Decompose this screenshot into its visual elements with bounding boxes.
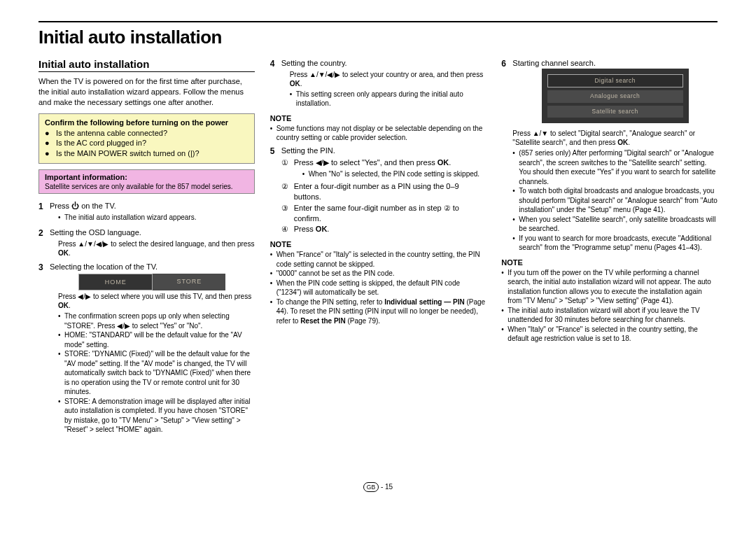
sub-bullet: If you want to search for more broadcast…: [512, 234, 718, 253]
circled-3-icon: ③: [281, 203, 288, 213]
circled-4-icon: ④: [281, 224, 288, 234]
confirm-item: Is the AC cord plugged in?: [45, 138, 248, 148]
sub-bullet: HOME: "STANDARD" will be the default val…: [58, 330, 255, 349]
note-item: When "France" or "Italy" is selected in …: [270, 250, 486, 269]
important-box-title: Important information:: [45, 173, 248, 181]
step-text: Press ⏻ on the TV.: [50, 202, 116, 210]
important-box: Important information: Satellite service…: [38, 169, 255, 194]
step-text: Setting the OSD language.: [50, 228, 141, 237]
sub-bullet: STORE: "DYNAMIC (Fixed)" will be the def…: [58, 349, 255, 397]
circled-2-icon: ②: [281, 181, 288, 192]
confirm-list: Is the antenna cable connected? Is the A…: [45, 128, 248, 160]
confirm-item: Is the MAIN POWER switch turned on (|)?: [45, 148, 248, 159]
steps-col2: 4 Setting the country. Press ▲/▼/◀/▶ to …: [270, 58, 486, 111]
note-item: When "Italy" or "France" is selected in …: [501, 325, 718, 344]
step-text: Selecting the location of the TV.: [50, 262, 158, 271]
note-item: Some functions may not display or be sel…: [270, 124, 486, 143]
note-item: The initial auto installation wizard wil…: [501, 306, 718, 325]
home-option: HOME: [78, 274, 153, 290]
note-item: To change the PIN setting, refer to Indi…: [270, 297, 486, 326]
note-list: If you turn off the power on the TV whil…: [501, 268, 718, 344]
steps-col1: 1 Press ⏻ on the TV. The initial auto in…: [38, 201, 255, 437]
satellite-search-option: Satellite search: [547, 106, 683, 118]
digital-search-option: Digital search: [547, 74, 683, 87]
step-number: 6: [501, 58, 512, 255]
step-number: 4: [270, 58, 281, 111]
step-number: 5: [270, 146, 281, 237]
page-title: Initial auto installation: [38, 27, 718, 48]
confirm-box: Confirm the following before turning on …: [38, 113, 255, 164]
sub-bullet: (857 series only) After performing "Digi…: [512, 148, 718, 186]
confirm-box-title: Confirm the following before turning on …: [45, 118, 248, 127]
sub-list: (857 series only) After performing "Digi…: [512, 148, 718, 253]
three-columns: Initial auto installation When the TV is…: [38, 58, 718, 440]
step-number: 2: [38, 227, 50, 259]
important-box-text: Satellite services are only available fo…: [45, 183, 248, 190]
rule-top: [38, 21, 718, 22]
step-instruction: Press ▲/▼/◀/▶ to select your country or …: [290, 70, 486, 88]
step-number: 1: [38, 201, 50, 225]
steps-col3: 6 Starting channel search. Digital searc…: [501, 58, 718, 255]
circled-steps: ① Press ◀/▶ to select "Yes", and then pr…: [281, 157, 486, 235]
sub-bullet: The initial auto installation wizard app…: [58, 213, 255, 223]
circ-text: Press ◀/▶ to select "Yes", and then pres…: [294, 158, 451, 167]
note-list: When "France" or "Italy" is selected in …: [270, 250, 486, 325]
step-text: Setting the PIN.: [281, 146, 335, 155]
note-heading: NOTE: [501, 258, 718, 267]
intro-text: When the TV is powered on for the first …: [38, 76, 255, 108]
note-heading: NOTE: [270, 240, 486, 248]
sub-bullet: To watch both digital broadcasts and ana…: [512, 186, 718, 215]
note-list: Some functions may not display or be sel…: [270, 124, 486, 143]
step-number: 3: [38, 262, 50, 437]
note-item: "0000" cannot be set as the PIN code.: [270, 269, 486, 279]
sub-bullet: The confirmation screen pops up only whe…: [58, 311, 255, 330]
page-footer: GB - 15: [38, 482, 718, 492]
confirm-item: Is the antenna cable connected?: [45, 128, 248, 139]
column-3: 6 Starting channel search. Digital searc…: [501, 58, 718, 346]
column-1: Initial auto installation When the TV is…: [38, 58, 255, 440]
step-instruction: Press ▲/▼/◀/▶ to select the desired lang…: [58, 239, 255, 258]
sub-bullet: When you select "Satellite search", only…: [512, 215, 718, 234]
step-instruction: Press ◀/▶ to select where you will use t…: [58, 292, 255, 310]
step-text: Starting channel search.: [512, 59, 596, 67]
step-instruction: Press ▲/▼ to select "Digital search", "A…: [512, 129, 718, 147]
section-heading: Initial auto installation: [38, 58, 255, 72]
steps-col2b: 5 Setting the PIN. ① Press ◀/▶ to select…: [270, 146, 486, 237]
store-option: STORE: [153, 274, 225, 290]
analogue-search-option: Analogue search: [547, 90, 683, 102]
circ-text: Enter the same four-digit number as in s…: [294, 204, 459, 223]
note-item: If you turn off the power on the TV whil…: [501, 268, 718, 306]
circ-text: Press OK.: [294, 225, 330, 233]
step-text: Setting the country.: [281, 59, 347, 67]
page-number: - 15: [381, 482, 393, 490]
sub-bullet: This setting screen only appears during …: [290, 90, 486, 108]
search-panel: Digital search Analogue search Satellite…: [542, 69, 689, 123]
circ-text: Enter a four-digit number as a PIN using…: [294, 182, 459, 201]
note-item: When the PIN code setting is skipped, th…: [270, 279, 486, 297]
gb-badge: GB: [363, 482, 379, 492]
column-2: 4 Setting the country. Press ▲/▼/◀/▶ to …: [270, 58, 486, 328]
sub-bullet: STORE: A demonstration image will be dis…: [58, 397, 255, 435]
note-heading: NOTE: [270, 114, 486, 122]
manual-page: Initial auto installation Initial auto i…: [0, 0, 756, 513]
sub-bullet: When "No" is selected, the PIN code sett…: [302, 169, 486, 179]
circled-1-icon: ①: [281, 157, 288, 168]
home-store-panel: HOME STORE: [78, 274, 225, 290]
